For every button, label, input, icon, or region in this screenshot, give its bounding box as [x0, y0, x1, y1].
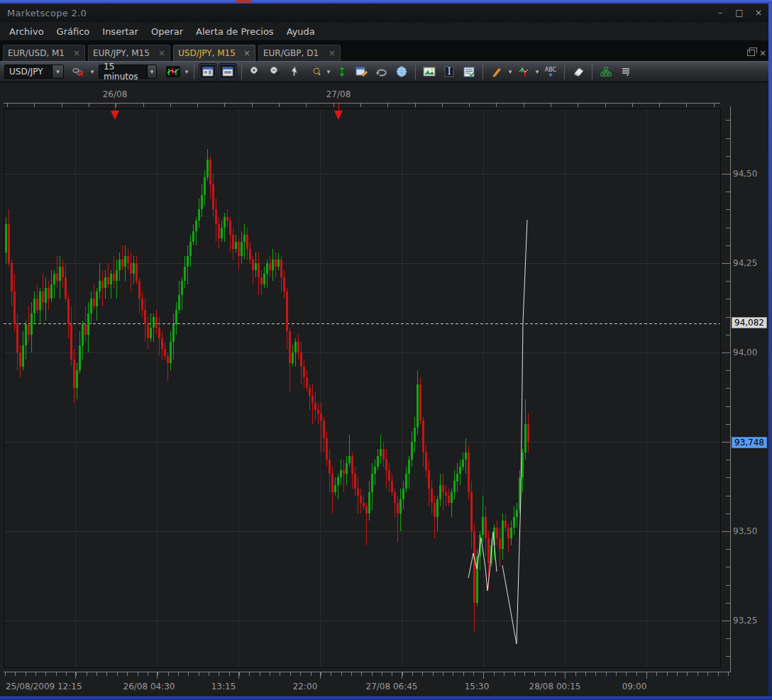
day-marker-label: 27/08 — [317, 89, 360, 99]
x-axis-label: 22:00 — [270, 682, 341, 691]
day-marker-label: 26/08 — [94, 89, 136, 99]
average-price-badge: 94,082 — [732, 317, 767, 328]
day-marker-arrow-icon — [111, 111, 119, 120]
day-marker-arrow-icon — [334, 111, 343, 120]
y-axis-label: 94,50 — [733, 169, 757, 179]
y-axis-label: 93,25 — [733, 616, 757, 626]
drawn-line[interactable] — [502, 220, 527, 644]
window-border-bottom — [0, 696, 772, 700]
window-border-top — [0, 0, 772, 4]
window-border-right — [768, 0, 772, 700]
x-axis-label: 27/08 06:45 — [356, 682, 427, 691]
app-window: Marketscope 2.0 – □ × Archivo Gráfico In… — [0, 0, 772, 700]
y-axis-label: 93,50 — [733, 526, 757, 536]
x-axis-label: 13:15 — [188, 682, 259, 691]
candles — [5, 149, 529, 631]
x-axis-label: 28/08 00:15 — [519, 682, 590, 691]
x-axis-label: 09:00 — [599, 682, 670, 691]
background-notch — [236, 0, 252, 3]
candlestick-chart[interactable] — [0, 0, 768, 700]
x-axis-label: 25/08/2009 12:15 — [6, 682, 112, 691]
x-axis-label: 15:30 — [441, 682, 512, 691]
y-axis-label: 94,25 — [733, 258, 757, 268]
x-axis-label: 26/08 04:30 — [114, 682, 184, 691]
y-axis-label: 94,00 — [733, 348, 757, 357]
current-price-badge: 93,748 — [732, 437, 767, 448]
